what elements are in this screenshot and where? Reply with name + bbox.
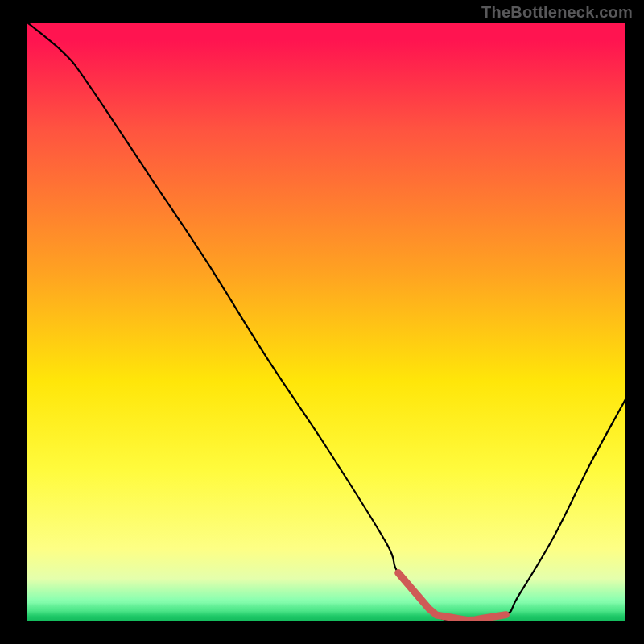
chart-frame: TheBottleneck.com <box>0 0 644 644</box>
plot-area <box>27 23 625 621</box>
watermark-text: TheBottleneck.com <box>481 3 633 22</box>
optimal-region-marker <box>27 23 625 621</box>
optimal-region-marker-path <box>398 573 506 621</box>
